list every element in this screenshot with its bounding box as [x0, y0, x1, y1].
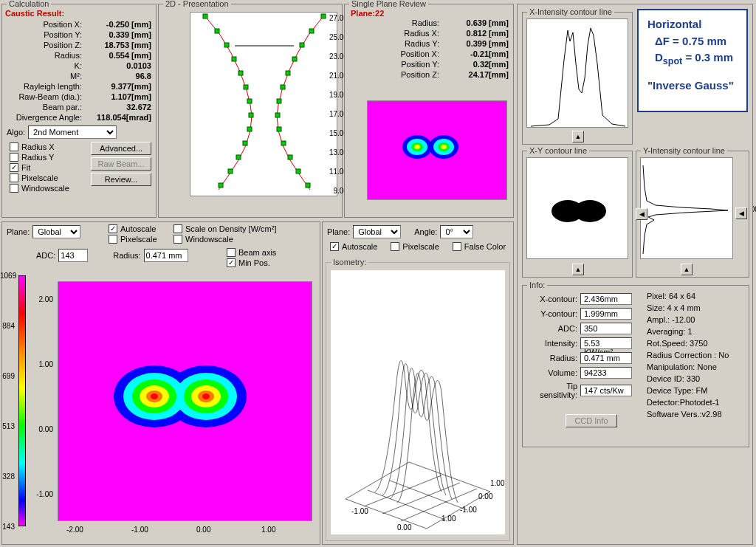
info-row-value: 1.999mm — [580, 308, 632, 320]
min-pos-checkbox[interactable] — [227, 258, 236, 267]
iso-autoscale-checkbox[interactable] — [330, 242, 339, 251]
radius-x-label: Radius X — [21, 142, 55, 151]
iso-angle-select[interactable]: 0° — [440, 225, 473, 238]
raw-beam-button[interactable]: Raw Beam... — [91, 157, 151, 171]
calc-row-value: 118.054[mrad] — [85, 113, 151, 122]
info-row-label: Radius: — [527, 354, 577, 362]
info-row-label: Y-contour: — [527, 309, 577, 318]
iso-pixelscale-checkbox[interactable] — [391, 242, 399, 251]
single-row-value: 24.17[mm] — [442, 70, 509, 79]
info-row-value: 0.471 mm — [580, 352, 632, 364]
min-pos-label: Min Pos. — [238, 258, 270, 267]
svg-text:1.00: 1.00 — [441, 515, 456, 523]
svg-rect-22 — [228, 169, 233, 173]
svg-rect-15 — [275, 113, 280, 117]
iso-falsecolor-checkbox[interactable] — [453, 242, 461, 251]
dens-windowscale-checkbox[interactable] — [173, 235, 182, 244]
colorbar-tick: 143 — [0, 523, 15, 531]
isometry-title: Isometry: — [331, 258, 368, 266]
xy-scroll-down-icon[interactable]: ▲ — [572, 264, 584, 275]
scale-density-checkbox[interactable] — [173, 224, 182, 233]
calc-row-label: K: — [7, 61, 85, 70]
iso-plane-select[interactable]: Global — [353, 225, 401, 238]
info-row-label: X-contour: — [527, 295, 577, 303]
review-button[interactable]: Review... — [91, 173, 151, 186]
calc-row-value: 0.339 [mm] — [85, 30, 151, 39]
windowscale-checkbox[interactable] — [10, 184, 18, 193]
svg-rect-11 — [281, 85, 285, 89]
xy-scroll-left-icon[interactable]: ◀ — [636, 208, 647, 220]
y-int-scroll-icon[interactable]: ◀ — [735, 207, 747, 219]
svg-rect-7 — [292, 57, 297, 61]
isometry-plot[interactable]: -1.000.001.00 -1.000.001.00 — [331, 270, 505, 534]
xy-contour-plot[interactable] — [526, 157, 628, 259]
info-row-value: 5.53 KW/cm² — [580, 337, 632, 349]
twod-title: 2D - Presentation — [163, 0, 231, 8]
single-plane-title: Single Plane Review — [349, 0, 428, 8]
right-panel: X-Intensity contour line ▲ Horizontal ΔF… — [517, 4, 753, 545]
single-row-value: -0.21[mm] — [442, 49, 509, 58]
svg-marker-47 — [346, 462, 490, 529]
y-intensity-title: Y-Intensity contour line — [641, 146, 727, 155]
adc-input[interactable] — [58, 249, 88, 262]
svg-rect-8 — [238, 71, 243, 75]
single-row-value: 0.32[mm] — [442, 60, 509, 69]
y-int-scroll-down-icon[interactable]: ▲ — [681, 264, 693, 275]
svg-rect-12 — [247, 99, 252, 103]
info-text-line: Device ID: 330 — [647, 373, 729, 385]
beam-axis-label: Beam axis — [238, 248, 276, 257]
dens-radius-input[interactable] — [144, 249, 188, 262]
colorbar-tick: 699 — [0, 372, 15, 380]
single-row-value: 0.399 [mm] — [442, 39, 509, 48]
annot-line1: Horizontal — [647, 16, 738, 33]
info-text-line: Averaging: 1 — [647, 326, 729, 337]
colorbar — [18, 275, 26, 526]
single-row-label: Radius X: — [349, 29, 442, 38]
info-row-value: 350 — [580, 323, 632, 334]
twod-panel: 2D - Presentation 27.0025.0023 — [158, 4, 343, 218]
svg-line-49 — [382, 483, 460, 514]
plane-label: Plane: — [7, 227, 30, 236]
dens-radius-label: Radius: — [113, 251, 140, 260]
info-text-line: Device Type: FM — [647, 385, 729, 396]
y-intensity-plot[interactable] — [640, 157, 733, 259]
info-text-line: Software Vers.:v2.98 — [647, 408, 729, 420]
calc-row-label: Beam par.: — [7, 103, 85, 111]
plane-select[interactable]: Global — [32, 225, 80, 238]
pixelscale-checkbox[interactable] — [10, 173, 18, 182]
beam-axis-checkbox[interactable] — [227, 248, 236, 257]
svg-line-52 — [390, 481, 467, 510]
calc-row-label: Raw-Beam (dia.): — [7, 92, 85, 101]
calculation-panel: Calculation Caustic Result: Position X:-… — [1, 4, 157, 218]
info-text-line: Radius Correction : No — [647, 349, 729, 361]
calc-row-label: Position Z: — [7, 41, 85, 49]
single-row-label: Radius Y: — [349, 39, 442, 48]
single-plane-image[interactable] — [367, 100, 507, 200]
advanced-button[interactable]: Advanced... — [91, 142, 151, 155]
x-intensity-plot[interactable] — [526, 18, 628, 128]
algo-select[interactable]: 2nd Moment — [28, 125, 117, 139]
svg-rect-0 — [203, 14, 207, 18]
fit-checkbox[interactable] — [10, 163, 18, 172]
isometry-panel: Plane: Global Angle: 0° Autoscale Pixels… — [322, 221, 514, 545]
svg-point-45 — [151, 393, 158, 399]
algo-label: Algo: — [7, 128, 25, 137]
iso-plane-label: Plane: — [327, 227, 350, 236]
dens-pixelscale-checkbox[interactable] — [109, 235, 117, 244]
single-plane-panel: Single Plane Review Plane:22 Radius:0.63… — [344, 4, 514, 218]
info-row-label: Intensity: — [527, 339, 577, 348]
svg-rect-17 — [277, 127, 281, 131]
svg-rect-25 — [306, 183, 310, 188]
radius-y-checkbox[interactable] — [10, 153, 18, 162]
svg-rect-23 — [296, 169, 300, 173]
caustic-plot[interactable] — [190, 12, 337, 196]
svg-text:1.00: 1.00 — [490, 479, 505, 487]
ccd-info-button[interactable]: CCD Info — [566, 414, 617, 427]
autoscale-checkbox[interactable] — [109, 224, 117, 233]
density-heatmap[interactable] — [58, 281, 312, 521]
radius-x-checkbox[interactable] — [10, 142, 18, 151]
svg-rect-19 — [281, 141, 286, 145]
info-text-line: Pixel: 64 x 64 — [647, 290, 729, 302]
dens-windowscale-label: Windowscale — [185, 235, 233, 244]
x-int-scroll-icon[interactable]: ▲ — [572, 131, 584, 142]
